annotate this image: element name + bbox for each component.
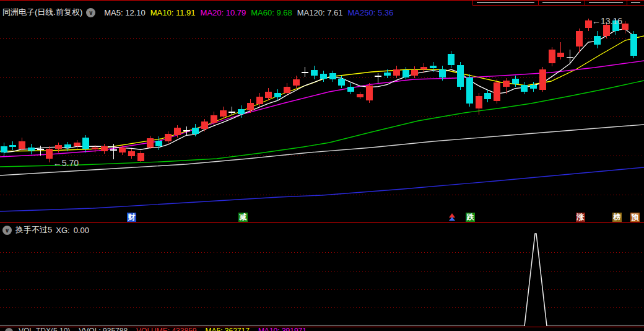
candle-body: [585, 20, 592, 28]
indicator-title: 换手不过5: [15, 224, 52, 236]
candle-body: [147, 138, 154, 148]
ma-readout: MA5: 12.10: [104, 8, 146, 17]
candle-body: [128, 151, 135, 156]
toolbar-cell-content: [589, 2, 623, 3]
event-badge[interactable]: 涨: [576, 213, 585, 222]
toolbar-cell-content: [631, 2, 640, 3]
candle-body: [183, 130, 190, 131]
stock-title: 同洲电子(日线.前复权): [2, 7, 82, 18]
volume-readout: VOLUME: 433859: [136, 327, 196, 331]
ma-readout: MA20: 10.79: [201, 8, 246, 17]
volume-readout: MA5: 362717: [205, 327, 249, 331]
toolbar-cell[interactable]: [585, 1, 627, 5]
candle-body: [165, 134, 172, 141]
xg-value: 0.00: [74, 226, 89, 235]
candle-body: [46, 149, 53, 159]
candle-body: [594, 36, 601, 45]
candle-body: [1, 146, 7, 152]
chevron-down-icon[interactable]: ∨: [86, 8, 95, 17]
candle-body: [238, 109, 245, 114]
candle-body: [55, 145, 62, 149]
candle-body: [192, 128, 199, 134]
ma-line-ma120: [0, 125, 644, 175]
candle-body: [484, 93, 491, 99]
candle-body: [448, 54, 455, 65]
event-badge[interactable]: 减: [238, 213, 248, 222]
candle-body: [302, 72, 308, 73]
event-badge[interactable]: 财: [127, 213, 136, 222]
candle-body: [466, 77, 473, 104]
candle-body: [549, 50, 555, 63]
volume-status-bar: VOL-TDX(5,10)VVOL: 935788VOLUME: 433859M…: [0, 327, 644, 331]
candle-body: [384, 73, 391, 76]
candle-body: [622, 24, 629, 30]
candle-body: [521, 85, 528, 92]
candle-body: [28, 148, 35, 151]
candle-body: [19, 141, 25, 149]
toolbar-cell-content: [477, 2, 534, 3]
ma-readout: MA60: 9.68: [251, 8, 292, 17]
candle-body: [576, 31, 583, 46]
toolbar-cell[interactable]: [538, 1, 585, 5]
event-badge[interactable]: 跌: [466, 213, 475, 222]
volume-readout: VVOL: 935788: [79, 327, 128, 331]
candle-body: [82, 138, 89, 149]
stock-chart-window: 同洲电子(日线.前复权) ∨ MA5: 12.10MA10: 11.91MA20…: [0, 0, 644, 331]
indicator-panel-header: ∨ 换手不过5 XG: 0.00: [2, 224, 89, 236]
candle-body: [375, 76, 381, 77]
candle-body: [64, 144, 71, 148]
chevron-down-icon[interactable]: ∨: [2, 226, 12, 235]
candle-body: [338, 79, 345, 86]
up-down-arrow-icon[interactable]: [449, 213, 455, 221]
signal-spike: [524, 234, 547, 326]
xg-label: XG:: [56, 226, 69, 235]
candle-body: [110, 149, 117, 151]
candle-body: [420, 67, 427, 69]
candle-body: [347, 87, 354, 92]
toolbar-cell-content: [542, 2, 581, 3]
candle-body: [476, 96, 482, 108]
candle-body: [494, 82, 500, 101]
candle-body: [557, 53, 564, 57]
candle-body: [137, 153, 144, 161]
candle-body: [37, 149, 44, 150]
top-toolbar-strip[interactable]: [472, 1, 644, 6]
candle-body: [320, 74, 327, 79]
candle-body: [211, 115, 217, 123]
candle-body: [256, 97, 263, 104]
candlestick-chart[interactable]: [0, 0, 644, 331]
candle-body: [155, 141, 162, 146]
ma-line-ma250: [0, 167, 644, 211]
candle-body: [430, 66, 437, 68]
ma-readout: MA120: 7.61: [297, 8, 343, 17]
candle-body: [603, 25, 610, 36]
candle-body: [101, 146, 108, 151]
candle-body: [439, 69, 446, 77]
candle-body: [284, 87, 290, 93]
candle-body: [402, 70, 409, 77]
toolbar-cell[interactable]: [627, 1, 644, 5]
candle-body: [567, 57, 573, 58]
candle-body: [92, 148, 98, 149]
ma-readout: MA250: 5.36: [347, 8, 393, 17]
candle-body: [220, 110, 227, 117]
candle-body: [274, 93, 281, 97]
candle-body: [119, 148, 126, 152]
blue-triangle-icon: [449, 217, 455, 221]
candle-body: [630, 34, 637, 56]
event-badge[interactable]: 榜: [612, 213, 622, 222]
candle-body: [201, 121, 208, 129]
candle-body: [293, 79, 300, 86]
ma-readout: MA10: 11.91: [150, 8, 196, 17]
candle-body: [512, 79, 519, 84]
event-badge[interactable]: 预: [630, 213, 640, 222]
candle-body: [457, 65, 464, 87]
toolbar-cell[interactable]: [472, 1, 538, 5]
candle-body: [174, 128, 181, 135]
chart-header: 同洲电子(日线.前复权) ∨ MA5: 12.10MA10: 11.91MA20…: [2, 7, 393, 18]
candle-body: [503, 81, 510, 87]
candle-body: [265, 92, 272, 98]
candle-body: [530, 85, 537, 89]
candle-body: [393, 69, 400, 76]
candle-body: [311, 70, 318, 76]
